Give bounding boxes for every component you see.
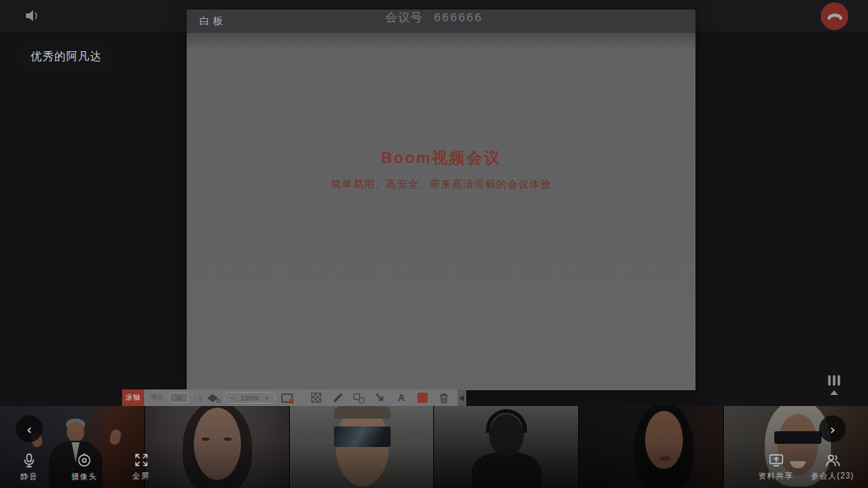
whiteboard-toolbar-body: 增页 / 0 − 100% + A — [144, 389, 458, 406]
meeting-stage: 会议号666666 优秀的阿凡达 白板 Boom视频会议 简单易用、高安全、带来… — [0, 0, 868, 488]
camera-label: 摄像头 — [72, 471, 98, 482]
participants-button[interactable]: 参会人(23) — [806, 453, 859, 482]
zoom-out-button[interactable]: − — [230, 394, 234, 402]
whiteboard-canvas[interactable]: Boom视频会议 简单易用、高安全、带来高清流畅的会议体验 — [187, 33, 696, 390]
mute-button[interactable]: 静音 — [13, 453, 45, 482]
scroll-mode-button[interactable]: 滚轴 — [122, 389, 144, 406]
video-thumbnail[interactable] — [434, 406, 579, 488]
meeting-number-label: 会议号 — [385, 10, 423, 24]
caret-up-icon — [830, 390, 838, 395]
share-button[interactable]: 资料共享 — [752, 453, 799, 482]
camera-button[interactable]: 摄像头 — [69, 453, 100, 482]
filmstrip-toggle-button[interactable] — [818, 368, 851, 401]
add-page-button[interactable]: 增页 — [150, 393, 164, 403]
pen-tool-icon[interactable] — [332, 393, 343, 404]
page-total-label: / 0 — [194, 394, 202, 402]
participants-label: 参会人(23) — [811, 471, 855, 482]
zoom-in-button[interactable]: + — [265, 394, 269, 402]
snapshot-icon[interactable] — [281, 393, 293, 403]
fullscreen-label: 全屏 — [132, 471, 150, 482]
user-name-tag: 优秀的阿凡达 — [22, 47, 110, 67]
whiteboard-toolbar: 滚轴 增页 / 0 − 100% + A — [122, 389, 466, 406]
phone-hangup-icon — [826, 9, 844, 24]
meeting-number: 会议号666666 — [0, 10, 868, 25]
filmstrip-prev-button[interactable]: ‹ — [16, 415, 43, 442]
video-thumbnail[interactable] — [290, 406, 435, 488]
text-tool-icon[interactable]: A — [396, 393, 407, 404]
color-swatch-icon[interactable] — [417, 393, 428, 404]
shapes-tool-icon[interactable] — [354, 393, 365, 404]
share-label: 资料共享 — [759, 471, 793, 482]
microphone-icon — [23, 453, 35, 468]
meeting-number-value: 666666 — [434, 10, 483, 24]
toolbar-collapse-button[interactable] — [458, 389, 466, 406]
page-number-input[interactable] — [169, 393, 188, 403]
fit-page-icon[interactable] — [207, 394, 218, 402]
gallery-bars-icon — [829, 375, 840, 386]
clear-all-icon[interactable] — [439, 393, 450, 404]
zoom-control: − 100% + — [224, 392, 276, 404]
video-thumbnail[interactable] — [145, 406, 290, 488]
eraser-tool-icon[interactable] — [311, 393, 322, 404]
mute-label: 静音 — [20, 471, 38, 482]
fullscreen-expand-icon — [135, 453, 148, 467]
hangup-button[interactable] — [821, 2, 848, 30]
participants-icon — [825, 453, 840, 467]
screen-share-icon — [769, 453, 784, 467]
zoom-level-value: 100% — [240, 394, 258, 402]
select-arrow-tool-icon[interactable] — [375, 393, 386, 404]
whiteboard-window: 白板 Boom视频会议 简单易用、高安全、带来高清流畅的会议体验 — [187, 9, 696, 390]
whiteboard-heading: Boom视频会议 — [187, 147, 696, 169]
whiteboard-subheading: 简单易用、高安全、带来高清流畅的会议体验 — [187, 177, 696, 192]
filmstrip-next-button[interactable]: › — [819, 415, 846, 442]
fullscreen-button[interactable]: 全屏 — [125, 453, 157, 482]
camera-lens-icon — [77, 453, 91, 468]
video-thumbnail[interactable] — [579, 406, 724, 488]
